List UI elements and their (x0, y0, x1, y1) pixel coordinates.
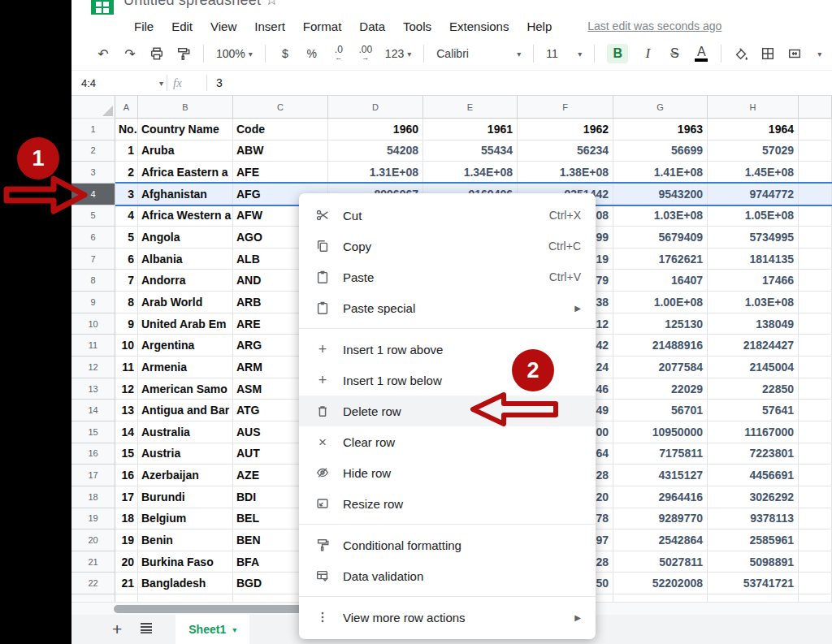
menubar-item-view[interactable]: View (210, 19, 236, 33)
cell-r15c1[interactable]: 14 (115, 421, 138, 443)
cell-r19c1[interactable]: 18 (115, 508, 138, 530)
cell-r1c8[interactable]: 1964 (708, 119, 799, 140)
column-header-partial[interactable] (799, 96, 832, 119)
cell-r2c5[interactable]: 55434 (423, 140, 518, 162)
cell-r16c9[interactable] (799, 443, 832, 465)
cell-r3c8[interactable]: 1.45E+08 (708, 162, 799, 184)
cell-r2c7[interactable]: 56699 (613, 140, 708, 162)
column-header-f[interactable]: F (518, 96, 613, 119)
cell-r21c2[interactable]: Burkina Faso (138, 551, 233, 573)
paint-format-icon[interactable] (176, 44, 191, 63)
cell-r7c2[interactable]: Albania (138, 249, 233, 270)
row-header-2[interactable]: 2 (72, 140, 115, 162)
cell-r3c5[interactable]: 1.34E+08 (423, 162, 518, 184)
sheets-logo-icon[interactable] (91, 0, 114, 15)
menu-item-paste[interactable]: PasteCtrl+V (299, 261, 596, 292)
cell-r2c2[interactable]: Aruba (138, 140, 233, 162)
row-header-21[interactable]: 21 (72, 551, 115, 573)
cell-r9c8[interactable]: 1.03E+08 (708, 292, 799, 313)
formula-input[interactable]: 3 (216, 71, 223, 95)
cell-r2c8[interactable]: 57029 (708, 140, 799, 162)
cell-r11c1[interactable]: 10 (115, 335, 138, 357)
chevron-down-icon[interactable]: ▾ (817, 50, 821, 58)
row-header-15[interactable]: 15 (72, 421, 115, 443)
cell-r11c9[interactable] (799, 335, 832, 357)
cell-r17c2[interactable]: Azerbaijan (138, 465, 233, 486)
cell-r20c1[interactable]: 19 (115, 529, 138, 551)
cell-r22c8[interactable]: 53741721 (708, 573, 799, 594)
cell-r13c8[interactable]: 22850 (708, 378, 799, 400)
row-header-11[interactable]: 11 (72, 335, 115, 357)
cell-r12c1[interactable]: 11 (115, 357, 138, 378)
cell-r8c2[interactable]: Andorra (138, 270, 233, 292)
tab-sheet1[interactable]: Sheet1 ▾ (176, 615, 249, 644)
cell-r5c9[interactable] (799, 205, 832, 227)
cell-r15c7[interactable]: 10950000 (613, 421, 708, 443)
spreadsheet-title[interactable]: Untitled spreadsheet ☆ (124, 0, 448, 9)
column-header-e[interactable]: E (423, 96, 518, 119)
cell-r14c7[interactable]: 56701 (613, 400, 708, 421)
cell-r13c7[interactable]: 22029 (613, 378, 708, 400)
strikethrough-button[interactable]: S (667, 44, 682, 63)
cell-r3c7[interactable]: 1.41E+08 (613, 162, 708, 184)
column-header-h[interactable]: H (708, 96, 799, 119)
cell-r1c3[interactable]: Code (233, 119, 328, 140)
cell-r5c2[interactable]: Africa Western a (138, 205, 233, 227)
redo-icon[interactable]: ↷ (123, 44, 137, 63)
merge-cells-icon[interactable] (787, 44, 802, 63)
undo-icon[interactable]: ↶ (96, 44, 110, 63)
cell-r2c9[interactable] (799, 140, 832, 162)
menubar-item-help[interactable]: Help (526, 19, 552, 33)
row-header-12[interactable]: 12 (72, 357, 115, 378)
cell-r19c2[interactable]: Belgium (138, 508, 233, 530)
cell-r18c7[interactable]: 2964416 (613, 486, 708, 508)
cell-r4c2[interactable]: Afghanistan (138, 184, 233, 205)
cell-r18c9[interactable] (799, 486, 832, 508)
format-percent-button[interactable]: % (305, 44, 319, 63)
name-box[interactable]: 4:4 ▾ (81, 71, 163, 95)
cell-r10c1[interactable]: 9 (115, 313, 138, 335)
print-icon[interactable] (150, 44, 164, 63)
cell-r17c7[interactable]: 4315127 (613, 465, 708, 486)
cell-r3c9[interactable] (799, 162, 832, 184)
row-header-7[interactable]: 7 (72, 249, 115, 270)
menu-item-conditional-formatting[interactable]: Conditional formatting (299, 529, 596, 560)
cell-r12c2[interactable]: Armenia (138, 357, 233, 378)
row-header-20[interactable]: 20 (72, 529, 115, 551)
row-header-16[interactable]: 16 (72, 443, 115, 465)
column-header-b[interactable]: B (138, 96, 233, 119)
cell-r21c9[interactable] (799, 551, 832, 573)
cell-r8c8[interactable]: 17466 (708, 270, 799, 292)
menu-item-clear-row[interactable]: ×Clear row (299, 426, 596, 457)
cell-r4c1[interactable]: 3 (115, 184, 138, 205)
cell-r7c1[interactable]: 6 (115, 249, 138, 270)
cell-r2c1[interactable]: 1 (115, 140, 138, 162)
cell-r4c8[interactable]: 9744772 (708, 184, 799, 205)
cell-r21c8[interactable]: 5098891 (708, 551, 799, 573)
row-header-8[interactable]: 8 (72, 270, 115, 292)
menu-item-data-validation[interactable]: Data validation (299, 560, 596, 591)
cell-r21c1[interactable]: 20 (115, 551, 138, 573)
cell-r6c7[interactable]: 5679409 (613, 227, 708, 249)
cell-r11c8[interactable]: 21824427 (708, 335, 799, 357)
cell-r22c7[interactable]: 52202008 (613, 573, 708, 594)
cell-r20c2[interactable]: Benin (138, 529, 233, 551)
menu-item-paste-special[interactable]: Paste special▶ (299, 292, 596, 323)
cell-r4c7[interactable]: 9543200 (613, 184, 708, 205)
cell-r14c1[interactable]: 13 (115, 400, 138, 421)
menu-item-cut[interactable]: CutCtrl+X (299, 200, 596, 231)
row-header-17[interactable]: 17 (72, 465, 115, 486)
cell-r21c7[interactable]: 5027811 (613, 551, 708, 573)
cell-r10c2[interactable]: United Arab Em (138, 313, 233, 335)
row-header-13[interactable]: 13 (72, 378, 115, 400)
column-header-c[interactable]: C (233, 96, 328, 119)
cell-r1c9[interactable] (799, 119, 832, 140)
cell-r14c9[interactable] (799, 400, 832, 421)
italic-button[interactable]: I (640, 44, 655, 63)
row-header-14[interactable]: 14 (72, 400, 115, 421)
cell-r1c2[interactable]: Country Name (138, 119, 233, 140)
cell-r14c2[interactable]: Antigua and Bar (138, 400, 233, 421)
cell-r5c8[interactable]: 1.05E+08 (708, 205, 799, 227)
cell-r7c7[interactable]: 1762621 (613, 249, 708, 270)
cell-r3c4[interactable]: 1.31E+08 (328, 162, 423, 184)
